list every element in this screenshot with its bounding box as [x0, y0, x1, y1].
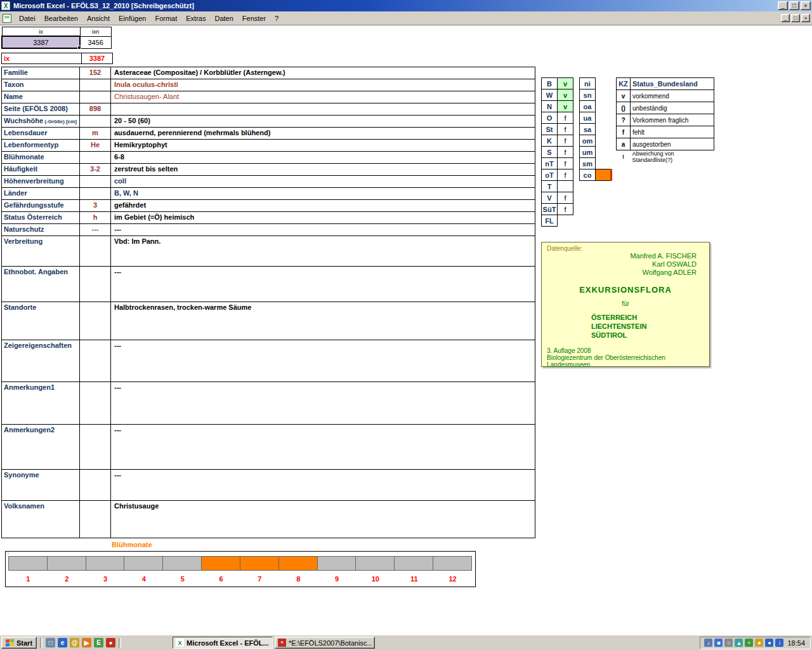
bundesland-status-cell[interactable]: f	[558, 169, 573, 181]
bloom-months-chart[interactable]: ' 123456789101112	[5, 551, 476, 587]
workbook-restore-button[interactable]: □	[791, 14, 800, 22]
menu-datei[interactable]: Datei	[15, 13, 40, 24]
bundesland-status-cell[interactable]: f	[558, 158, 573, 169]
form-value-cell[interactable]: ---	[111, 224, 535, 236]
form-code-cell[interactable]	[80, 267, 111, 302]
bundesland-status-cell[interactable]: f	[558, 147, 573, 158]
form-code-cell[interactable]	[80, 382, 111, 425]
form-code-cell[interactable]	[80, 236, 111, 267]
show-desktop-icon[interactable]: □	[46, 638, 55, 647]
region-status-cell[interactable]	[596, 135, 612, 147]
messenger-icon[interactable]: ●	[765, 639, 773, 647]
form-code-cell[interactable]: h	[80, 212, 111, 224]
region-status-cell[interactable]	[596, 147, 612, 158]
bundesland-status-cell[interactable]: f	[558, 124, 573, 135]
form-value-cell[interactable]: ausdauernd, perennierend (mehrmals blühe…	[111, 128, 535, 140]
bundesland-status-cell[interactable]	[558, 181, 573, 192]
close-button[interactable]: ×	[801, 1, 811, 10]
menu-daten[interactable]: Daten	[210, 13, 237, 24]
form-code-cell[interactable]	[80, 116, 111, 128]
form-value-cell[interactable]: ---	[111, 382, 535, 425]
region-status-cell[interactable]	[596, 112, 612, 124]
form-code-cell[interactable]: m	[80, 128, 111, 140]
form-value-cell[interactable]	[111, 103, 535, 116]
bundesland-status-cell[interactable]: f	[558, 204, 573, 215]
form-code-cell[interactable]: 152	[80, 67, 111, 79]
form-value-cell[interactable]: Christusaugen- Alant	[111, 91, 535, 103]
minimize-button[interactable]: _	[778, 1, 788, 10]
worksheet-area[interactable]: ix ixn 3387 3456 ix 3387 Familie152Aster…	[0, 25, 812, 635]
form-value-cell[interactable]: B, W, N	[111, 188, 535, 200]
form-code-cell[interactable]	[80, 302, 111, 340]
form-value-cell[interactable]: ---	[111, 340, 535, 382]
form-code-cell[interactable]	[80, 79, 111, 91]
restore-button[interactable]: □	[789, 1, 799, 10]
ix-value-cell[interactable]: 3387	[2, 36, 80, 48]
menu-extras[interactable]: Extras	[181, 13, 210, 24]
menu-format[interactable]: Format	[150, 13, 181, 24]
magnifier-icon[interactable]: ○	[724, 639, 733, 647]
bundesland-status-cell[interactable]: f	[558, 112, 573, 124]
task-button[interactable]: **E:\EFÖLS2007\Botanisc...	[275, 637, 375, 649]
bundesland-status-cell[interactable]: v	[558, 90, 573, 101]
antivirus-icon[interactable]: +	[745, 639, 753, 647]
form-value-cell[interactable]: Asteraceae (Compositae) / Korbblütler (A…	[111, 67, 535, 79]
form-value-cell[interactable]: Inula oculus-christi	[111, 79, 535, 91]
email-icon[interactable]: @	[70, 638, 79, 647]
bundesland-status-cell[interactable]: f	[558, 192, 573, 204]
form-code-cell[interactable]	[80, 501, 111, 538]
form-value-cell[interactable]: Halbtrockenrasen, trocken-warme Säume	[111, 302, 535, 340]
form-value-cell[interactable]: zerstreut bis selten	[111, 164, 535, 176]
internet-explorer-icon[interactable]: e	[58, 638, 67, 647]
form-code-cell[interactable]	[80, 340, 111, 382]
form-value-cell[interactable]: 20 - 50 (60)	[111, 116, 535, 128]
region-status-cell[interactable]	[596, 90, 612, 101]
form-code-cell[interactable]: 3-2	[80, 164, 111, 176]
network-icon[interactable]: ▲	[735, 639, 743, 647]
form-code-cell[interactable]	[80, 91, 111, 103]
form-value-cell[interactable]: ---	[111, 470, 535, 501]
start-button[interactable]: Start	[1, 637, 37, 649]
form-code-cell[interactable]	[80, 176, 111, 188]
form-code-cell[interactable]: 898	[80, 103, 111, 116]
form-value-cell[interactable]: 6-8	[111, 152, 535, 164]
ixn-value-cell[interactable]: 3456	[80, 36, 111, 48]
form-code-cell[interactable]	[80, 470, 111, 501]
form-code-cell[interactable]: He	[80, 140, 111, 152]
display-settings-icon[interactable]: ■	[714, 639, 723, 647]
form-code-cell[interactable]	[80, 152, 111, 164]
explorer-icon[interactable]: E	[94, 638, 103, 647]
form-value-cell[interactable]: Christusauge	[111, 501, 535, 538]
region-status-cell[interactable]	[596, 124, 612, 135]
form-value-cell[interactable]: Hemikryptophyt	[111, 140, 535, 152]
region-status-cell[interactable]	[596, 101, 612, 112]
media-player-icon[interactable]: ▶	[82, 638, 91, 647]
region-status-cell[interactable]	[596, 158, 612, 169]
form-code-cell[interactable]	[80, 425, 111, 470]
update-icon[interactable]: ●	[755, 639, 763, 647]
form-value-cell[interactable]: ---	[111, 425, 535, 470]
taskbar-clock[interactable]: 18:54	[787, 639, 805, 647]
menu-bearbeiten[interactable]: Bearbeiten	[40, 13, 82, 24]
form-value-cell[interactable]: Vbd: Im Pann.	[111, 236, 535, 267]
form-value-cell[interactable]: im Gebiet (=Ö) heimisch	[111, 212, 535, 224]
ix-display-value[interactable]: 3387	[82, 53, 113, 64]
bundesland-status-cell[interactable]	[558, 215, 573, 227]
form-code-cell[interactable]	[80, 188, 111, 200]
form-value-cell[interactable]: coll	[111, 176, 535, 188]
bundesland-status-cell[interactable]: v	[558, 78, 573, 90]
workbook-icon[interactable]	[3, 14, 11, 23]
workbook-minimize-button[interactable]: _	[781, 14, 790, 22]
form-value-cell[interactable]: gefährdet	[111, 200, 535, 212]
workbook-close-button[interactable]: ×	[801, 14, 810, 22]
bundesland-status-cell[interactable]: f	[558, 135, 573, 147]
region-status-cell[interactable]	[596, 78, 612, 90]
menu-einfügen[interactable]: Einfügen	[114, 13, 150, 24]
menu-help[interactable]: ?	[270, 13, 283, 24]
ix-display-label[interactable]: ix	[2, 53, 82, 64]
bundesland-status-cell[interactable]: v	[558, 101, 573, 112]
form-value-cell[interactable]: ---	[111, 267, 535, 302]
task-button[interactable]: XMicrosoft Excel - EFÖL...	[173, 637, 273, 649]
menu-ansicht[interactable]: Ansicht	[82, 13, 114, 24]
volume-icon[interactable]: ♪	[704, 639, 712, 647]
